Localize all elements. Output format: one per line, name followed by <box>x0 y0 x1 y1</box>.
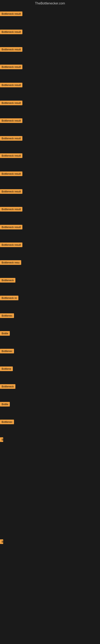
bottleneck-item: Bottlenec <box>0 349 14 354</box>
bottleneck-item: Bottleneck re <box>0 296 18 301</box>
bottleneck-badge[interactable]: Bottleneck result <box>0 153 22 158</box>
bottleneck-badge[interactable]: Bottleneck result <box>0 64 22 69</box>
bottleneck-badge[interactable]: Bottlenec <box>0 313 14 318</box>
bottleneck-item: Bottleneck result <box>0 30 22 35</box>
bottleneck-badge[interactable]: Bottleneck result <box>0 207 22 212</box>
bottleneck-item: Bottleneck resu <box>0 260 21 266</box>
bottleneck-item: Bottle <box>0 331 10 336</box>
bottleneck-badge[interactable]: Bottleneck result <box>0 242 22 247</box>
bottleneck-item: Bottleneck result <box>0 225 22 230</box>
bottleneck-badge[interactable]: B <box>0 539 3 544</box>
bottleneck-badge[interactable]: Bottleneck resu <box>0 260 21 265</box>
bottleneck-badge[interactable]: Bottleneck result <box>0 47 22 52</box>
bottleneck-item: Bottleneck <box>0 278 15 283</box>
bottleneck-badge[interactable]: Bottleneck result <box>0 118 22 123</box>
bottleneck-item: Bottleneck result <box>0 118 22 124</box>
bottleneck-badge[interactable]: Bottleneck <box>0 384 15 389</box>
bottleneck-badge[interactable]: Bottlenec <box>0 349 14 354</box>
bottleneck-badge[interactable]: B <box>0 437 3 442</box>
bottleneck-badge[interactable]: Bottleneck result <box>0 30 22 34</box>
bottleneck-badge[interactable]: Bottleneck re <box>0 296 18 300</box>
bottleneck-item: Bottleneck result <box>0 153 22 159</box>
bottleneck-badge[interactable]: Bottleneck result <box>0 12 22 16</box>
bottleneck-item: Bottle <box>0 402 10 407</box>
bottleneck-item: Bottleneck result <box>0 136 22 142</box>
bottleneck-item: Bottleneck result <box>0 207 22 212</box>
bottleneck-item: Bottleneck result <box>0 64 22 70</box>
bottleneck-item: Bottlene <box>0 366 13 372</box>
bottleneck-item: Bottleneck result <box>0 83 22 88</box>
bottleneck-item: Bottleneck result <box>0 172 22 177</box>
bottleneck-item: Bottlenec <box>0 420 14 425</box>
bottleneck-item: Bottleneck result <box>0 100 22 106</box>
bottleneck-item: Bottleneck <box>0 384 15 390</box>
bottleneck-badge[interactable]: Bottleneck result <box>0 136 22 141</box>
bottleneck-item: Bottlenec <box>0 313 14 319</box>
bottleneck-badge[interactable]: Bottleneck result <box>0 225 22 230</box>
site-title: TheBottlenecker.com <box>35 2 65 5</box>
bottleneck-badge[interactable]: Bottleneck result <box>0 189 22 194</box>
bottleneck-badge[interactable]: Bottleneck result <box>0 100 22 105</box>
bottleneck-item: B <box>0 437 3 443</box>
bottleneck-item: Bottleneck result <box>0 189 22 194</box>
bottleneck-item: B <box>0 539 3 545</box>
bottleneck-badge[interactable]: Bottle <box>0 402 10 406</box>
bottleneck-badge[interactable]: Bottlene <box>0 366 13 371</box>
bottleneck-item: Bottleneck result <box>0 12 22 17</box>
bottleneck-badge[interactable]: Bottle <box>0 331 10 336</box>
bottleneck-item: Bottleneck result <box>0 242 22 248</box>
bottleneck-badge[interactable]: Bottleneck result <box>0 172 22 176</box>
bottleneck-badge[interactable]: Bottleneck <box>0 278 15 282</box>
bottleneck-item: Bottleneck result <box>0 47 22 52</box>
bottleneck-badge[interactable]: Bottleneck result <box>0 83 22 87</box>
page-header: TheBottlenecker.com <box>0 0 100 7</box>
bottleneck-badge[interactable]: Bottlenec <box>0 420 14 424</box>
